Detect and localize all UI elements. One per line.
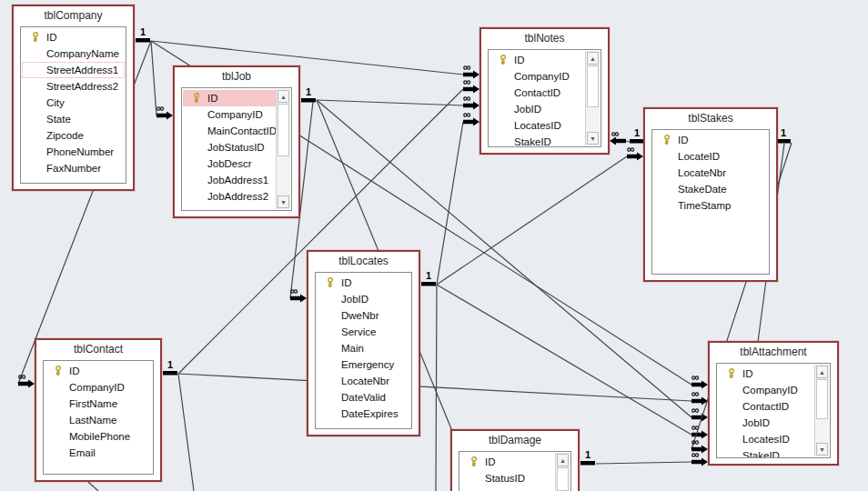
relationship-line-tblContact.ID-offscreen-bottom[interactable] <box>178 374 194 491</box>
vertical-scrollbar[interactable]: ▲▼ <box>276 89 290 209</box>
field-tblDamage-ID[interactable]: ID <box>460 454 556 470</box>
relationship-line-tblLocates.ID-tblNotes.LocatesID[interactable] <box>437 122 463 285</box>
scroll-up-button[interactable]: ▲ <box>816 366 828 378</box>
table-tblStakes[interactable]: tblStakesIDLocateIDLocateNbrStakeDateTim… <box>643 107 778 282</box>
field-tblStakes-LocateNbr[interactable]: LocateNbr <box>653 165 768 181</box>
scroll-up-button[interactable]: ▲ <box>278 90 289 103</box>
field-tblCompany-State[interactable]: State <box>22 111 125 127</box>
field-tblLocates-LocateNbr[interactable]: LocateNbr <box>317 373 410 389</box>
field-tblLocates-ID[interactable]: ID <box>317 275 410 291</box>
relationship-line-tblContact-offscreen-bottom[interactable] <box>88 482 98 491</box>
field-tblAttachment-StakeID[interactable]: StakeID <box>718 447 815 458</box>
field-tblContact-ID[interactable]: ID <box>45 363 152 379</box>
table-tblNotes[interactable]: tblNotesIDCompanyIDContactIDJobIDLocates… <box>479 27 610 155</box>
field-name: StreetAddress1 <box>46 65 118 75</box>
one-side-bar <box>136 38 150 43</box>
field-tblJob-JobAddress2[interactable]: JobAddress2 <box>183 188 277 205</box>
one-cardinality-label: 1 <box>426 270 431 281</box>
field-tblContact-LastName[interactable]: LastName <box>45 412 152 428</box>
table-tblDamage[interactable]: tblDamageIDStatusID▲▼ <box>450 429 580 491</box>
field-tblLocates-Service[interactable]: Service <box>317 324 410 340</box>
field-tblLocates-Emergency[interactable]: Emergency <box>317 356 410 373</box>
relationship-line-tblDamage.ID-tblAttachment[interactable] <box>596 462 691 464</box>
table-tblContact[interactable]: tblContactIDCompanyIDFirstNameLastNameMo… <box>35 338 162 482</box>
field-tblCompany-City[interactable]: City <box>22 95 125 111</box>
field-tblCompany-StreetAddress2[interactable]: StreetAddress2 <box>22 78 125 95</box>
field-tblCompany-CompanyName[interactable]: CompanyName <box>22 45 125 62</box>
field-tblContact-MobilePhone[interactable]: MobilePhone <box>45 428 152 445</box>
field-tblLocates-DateExpires[interactable]: DateExpires <box>317 406 410 422</box>
field-tblContact-Email[interactable]: Email <box>45 445 152 461</box>
relationship-line-tblContact.ID-tblAttachment.ContactID[interactable] <box>178 374 691 401</box>
field-tblCompany-Zipcode[interactable]: Zipcode <box>22 127 125 144</box>
field-tblLocates-DateValid[interactable]: DateValid <box>317 389 410 406</box>
field-tblCompany-ID[interactable]: ID <box>22 29 125 45</box>
scroll-down-button[interactable]: ▼ <box>278 195 289 208</box>
field-tblAttachment-LocatesID[interactable]: LocatesID <box>718 431 815 447</box>
field-tblStakes-StakeDate[interactable]: StakeDate <box>653 181 768 197</box>
field-tblDamage-StatusID[interactable]: StatusID <box>460 470 556 486</box>
scroll-thumb[interactable] <box>278 104 289 156</box>
field-tblCompany-StreetAddress1[interactable]: StreetAddress1 <box>22 62 125 78</box>
field-tblNotes-LocatesID[interactable]: LocatesID <box>490 117 586 134</box>
field-tblJob-ID[interactable]: ID <box>183 90 277 106</box>
one-side-bar <box>580 461 595 466</box>
table-title-tblDamage[interactable]: tblDamage <box>452 431 578 449</box>
field-tblLocates-JobID[interactable]: JobID <box>317 291 410 307</box>
field-tblAttachment-CompanyID[interactable]: CompanyID <box>718 382 815 398</box>
scroll-thumb[interactable] <box>816 379 828 419</box>
field-tblLocates-Main[interactable]: Main <box>317 340 410 356</box>
field-tblJob-MainContactID[interactable]: MainContactID <box>183 123 277 139</box>
relationship-line-tblLocates.ID-tblStakes.LocateID[interactable] <box>437 156 627 285</box>
field-tblNotes-ID[interactable]: ID <box>490 52 586 68</box>
field-tblJob-JobDescr[interactable]: JobDescr <box>183 155 277 172</box>
field-tblCompany-FaxNumber[interactable]: FaxNumber <box>22 160 125 176</box>
table-tblAttachment[interactable]: tblAttachmentIDCompanyIDContactIDJobIDLo… <box>708 341 839 466</box>
field-tblAttachment-ID[interactable]: ID <box>718 366 815 382</box>
field-tblNotes-JobID[interactable]: JobID <box>490 101 586 117</box>
field-tblStakes-TimeStamp[interactable]: TimeStamp <box>653 197 768 214</box>
relationship-line-tblJob.ID-tblNotes.JobID[interactable] <box>317 100 463 105</box>
scroll-up-button[interactable]: ▲ <box>557 454 569 466</box>
relationship-line-tblStakes.ID-tblNotes.StakeID[interactable] <box>626 141 630 142</box>
field-list-tblDamage: IDStatusID▲▼ <box>459 451 571 491</box>
field-tblLocates-DweNbr[interactable]: DweNbr <box>317 307 410 324</box>
field-tblAttachment-JobID[interactable]: JobID <box>718 415 815 431</box>
table-title-tblAttachment[interactable]: tblAttachment <box>710 343 837 361</box>
field-tblCompany-PhoneNumber[interactable]: PhoneNumber <box>22 144 125 160</box>
many-cardinality-label: ∞ <box>290 285 298 297</box>
scroll-down-button[interactable]: ▼ <box>816 443 828 456</box>
field-tblJob-JobStatusID[interactable]: JobStatusID <box>183 139 277 155</box>
field-tblContact-CompanyID[interactable]: CompanyID <box>45 379 152 396</box>
field-tblContact-FirstName[interactable]: FirstName <box>45 396 152 412</box>
field-tblNotes-ContactID[interactable]: ContactID <box>490 85 586 101</box>
field-tblNotes-CompanyID[interactable]: CompanyID <box>490 68 586 85</box>
vertical-scrollbar[interactable]: ▲▼ <box>585 51 600 145</box>
field-tblNotes-StakeID[interactable]: StakeID <box>490 134 586 147</box>
table-tblLocates[interactable]: tblLocatesIDJobIDDweNbrServiceMainEmerge… <box>307 250 420 436</box>
scroll-up-button[interactable]: ▲ <box>587 52 599 65</box>
relationship-line-tblLocates.ID-offscreen-bottom[interactable] <box>436 285 437 491</box>
scroll-down-button[interactable]: ▼ <box>587 132 599 145</box>
table-title-tblStakes[interactable]: tblStakes <box>645 109 776 127</box>
table-tblCompany[interactable]: tblCompanyIDCompanyNameStreetAddress1Str… <box>12 5 135 191</box>
table-title-tblLocates[interactable]: tblLocates <box>308 252 419 270</box>
primary-key-icon <box>191 93 202 104</box>
field-name: ID <box>46 32 57 43</box>
table-title-tblJob[interactable]: tblJob <box>175 67 298 85</box>
table-title-tblContact[interactable]: tblContact <box>36 340 160 358</box>
vertical-scrollbar[interactable]: ▲▼ <box>555 453 570 491</box>
field-tblStakes-ID[interactable]: ID <box>653 132 768 148</box>
scroll-thumb[interactable] <box>557 467 569 491</box>
field-tblJob-CompanyID[interactable]: CompanyID <box>183 106 277 123</box>
field-tblStakes-LocateID[interactable]: LocateID <box>653 148 768 165</box>
field-tblAttachment-ContactID[interactable]: ContactID <box>718 398 815 415</box>
table-title-tblCompany[interactable]: tblCompany <box>14 6 133 25</box>
many-side-arrowhead <box>473 118 479 126</box>
table-title-tblNotes[interactable]: tblNotes <box>481 29 608 47</box>
scroll-thumb[interactable] <box>587 65 599 107</box>
field-tblJob-JobAddress1[interactable]: JobAddress1 <box>183 172 277 188</box>
table-tblJob[interactable]: tblJobIDCompanyIDMainContactIDJobStatusI… <box>173 65 300 218</box>
relationship-line-tblLocates.ID-tblAttachment.LocatesID[interactable] <box>437 285 691 435</box>
vertical-scrollbar[interactable]: ▲▼ <box>814 365 829 456</box>
